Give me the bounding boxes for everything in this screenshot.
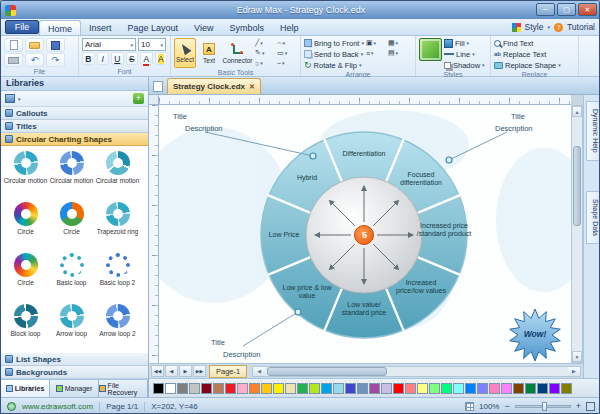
tutorial-menu[interactable]: Tutorial <box>567 22 595 32</box>
close-tab-icon[interactable]: ✕ <box>249 83 255 91</box>
library-shape[interactable]: Circular motion <box>3 148 48 198</box>
font-color-button[interactable] <box>140 52 153 65</box>
scroll-left-icon[interactable]: ◀ <box>253 367 265 376</box>
scroll-right-icon[interactable]: ▶ <box>568 367 580 376</box>
segment-label-low-price[interactable]: Low Price <box>256 231 312 239</box>
color-swatch[interactable] <box>549 383 560 394</box>
send-to-back-button[interactable]: Send to Back▾ <box>304 49 364 59</box>
wow-burst-label[interactable]: Wow! <box>511 329 559 339</box>
tab-file-recovery[interactable]: File Recovery <box>99 380 148 397</box>
library-shape[interactable]: Circle <box>3 250 48 300</box>
library-shape[interactable]: Arrow loop <box>49 301 94 351</box>
color-swatch[interactable] <box>393 383 404 394</box>
color-swatch[interactable] <box>489 383 500 394</box>
color-swatch[interactable] <box>189 383 200 394</box>
color-swatch[interactable] <box>537 383 548 394</box>
strikethrough-button[interactable] <box>126 52 139 65</box>
highlight-button[interactable] <box>155 52 168 65</box>
callout-description-bottom-left[interactable]: Description <box>223 350 261 359</box>
theme-icon[interactable] <box>419 38 442 61</box>
align-button[interactable]: ▣▾ <box>366 38 386 48</box>
library-shape[interactable]: Circular motion <box>49 148 94 198</box>
tab-libraries[interactable]: Libraries <box>1 380 50 397</box>
color-swatch[interactable] <box>369 383 380 394</box>
segment-label-low-price-low-value[interactable]: Low price & low value <box>279 284 335 300</box>
new-button[interactable] <box>4 38 23 52</box>
segment-label-focused-differentiation[interactable]: Focused differentiation <box>393 171 449 187</box>
rotate-flip-button[interactable]: ↻ Rotate & Flip▾ <box>304 60 364 70</box>
arc-tool-button[interactable]: ⌢▾ <box>277 38 297 48</box>
style-menu[interactable]: Style <box>525 22 544 32</box>
color-swatch[interactable] <box>345 383 356 394</box>
library-shape[interactable]: Basic loop 2 <box>95 250 140 300</box>
color-swatch[interactable] <box>273 383 284 394</box>
last-page-button[interactable]: ▶▶ <box>193 365 206 377</box>
color-swatch[interactable] <box>465 383 476 394</box>
file-menu-button[interactable]: File <box>5 20 39 34</box>
tab-page-layout[interactable]: Page Layout <box>120 20 187 35</box>
scroll-up-icon[interactable]: ▲ <box>572 106 582 117</box>
fit-page-icon[interactable] <box>586 402 595 411</box>
bold-button[interactable] <box>82 52 95 65</box>
library-shape[interactable]: Block loop <box>3 301 48 351</box>
bring-to-front-button[interactable]: Bring to Front▾ <box>304 38 364 48</box>
color-swatch[interactable] <box>417 383 428 394</box>
section-circular-charting-shapes[interactable]: Circular Charting Shapes <box>1 133 148 146</box>
section-backgrounds[interactable]: Backgrounds <box>1 366 148 379</box>
library-shape[interactable]: Circle <box>3 199 48 249</box>
color-swatch[interactable] <box>297 383 308 394</box>
tab-insert[interactable]: Insert <box>81 20 120 35</box>
select-tool-button[interactable]: Select <box>174 38 196 68</box>
color-swatch[interactable] <box>429 383 440 394</box>
add-library-icon[interactable] <box>133 93 144 104</box>
rectangle-tool-button[interactable]: ▭▾ <box>277 48 297 58</box>
callout-description-top-left[interactable]: Description <box>185 124 223 133</box>
tab-symbols[interactable]: Symbols <box>221 20 272 35</box>
color-swatch[interactable] <box>261 383 272 394</box>
section-callouts[interactable]: Callouts <box>1 107 148 120</box>
text-tool-button[interactable]: Text <box>198 38 220 68</box>
document-tab[interactable]: Strategy Clock.edx ✕ <box>167 78 261 94</box>
minimize-button[interactable]: ─ <box>536 3 555 16</box>
find-text-button[interactable]: Find Text <box>494 38 575 48</box>
callout-title-top-right[interactable]: Title <box>511 112 525 121</box>
segment-label-differentiation[interactable]: Differentiation <box>336 150 392 158</box>
print-button[interactable] <box>4 53 23 67</box>
ellipse-tool-button[interactable]: ○▾ <box>255 58 275 68</box>
zoom-slider-thumb[interactable] <box>542 402 547 411</box>
redo-button[interactable]: ↷ <box>46 53 65 67</box>
color-swatch[interactable] <box>309 383 320 394</box>
replace-shape-button[interactable]: Replace Shape▾ <box>494 60 575 70</box>
document-icon[interactable] <box>153 81 163 92</box>
zoom-in-icon[interactable]: + <box>576 402 581 411</box>
grid-toggle-icon[interactable] <box>465 402 474 411</box>
first-page-button[interactable]: ◀◀ <box>151 365 164 377</box>
color-swatch[interactable] <box>201 383 212 394</box>
tab-dynamic-help[interactable]: Dynamic Help <box>586 101 600 161</box>
vertical-scroll-thumb[interactable] <box>573 146 581 226</box>
section-list-shapes[interactable]: List Shapes <box>1 353 148 366</box>
segment-label-hybrid[interactable]: Hybrid <box>279 174 335 182</box>
library-shape[interactable]: Trapezoid ring <box>95 199 140 249</box>
next-page-button[interactable]: ▶ <box>179 365 192 377</box>
scroll-down-icon[interactable]: ▼ <box>572 351 582 362</box>
color-swatch[interactable] <box>453 383 464 394</box>
shadow-button[interactable]: Shadow▾ <box>444 60 485 70</box>
color-swatch[interactable] <box>285 383 296 394</box>
zoom-out-icon[interactable]: − <box>504 402 509 411</box>
color-swatch[interactable] <box>477 383 488 394</box>
connector-tool-button[interactable]: Connector <box>222 38 253 68</box>
segment-label-low-value-standard-price[interactable]: Low value/ standard price <box>336 301 392 317</box>
horizontal-scroll-thumb[interactable] <box>267 367 387 376</box>
font-size-select[interactable]: 10▾ <box>138 38 166 51</box>
library-shape[interactable]: Arrow loop 2 <box>95 301 140 351</box>
underline-button[interactable] <box>111 52 124 65</box>
tab-home[interactable]: Home <box>39 20 81 35</box>
tab-view[interactable]: View <box>186 20 221 35</box>
library-icon[interactable] <box>5 94 15 103</box>
layer-button[interactable]: ▤▾ <box>388 48 408 58</box>
font-name-select[interactable]: Arial▾ <box>82 38 136 51</box>
color-swatch[interactable] <box>561 383 572 394</box>
tab-manager[interactable]: Manager <box>50 380 99 397</box>
section-titles[interactable]: Titles <box>1 120 148 133</box>
